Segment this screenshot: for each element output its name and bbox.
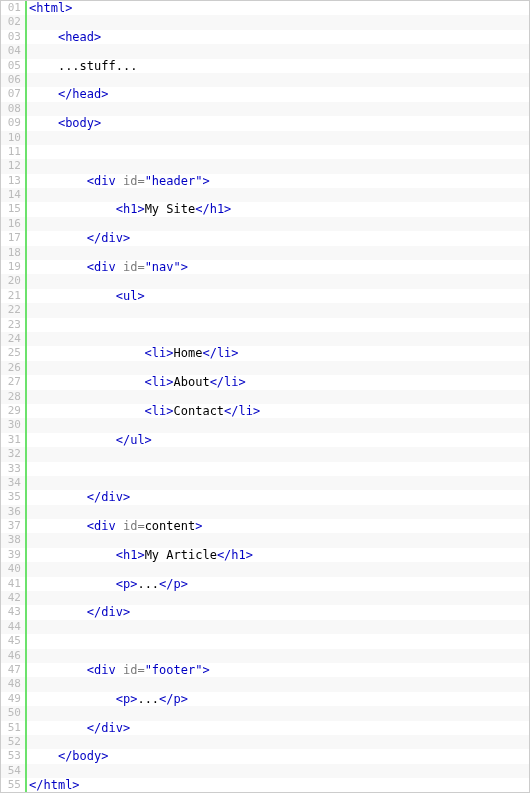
- code-row: 47 <div id="footer">: [1, 663, 529, 677]
- code-row: 31 </ul>: [1, 433, 529, 447]
- code-row: 50: [1, 706, 529, 720]
- line-number: 52: [1, 735, 25, 749]
- code-line: </html>: [27, 778, 529, 792]
- code-line: </ul>: [27, 433, 529, 447]
- code-line: </div>: [27, 231, 529, 245]
- code-row: 26: [1, 361, 529, 375]
- line-number: 49: [1, 692, 25, 706]
- line-number: 48: [1, 677, 25, 691]
- code-row: 20: [1, 274, 529, 288]
- line-number: 28: [1, 390, 25, 404]
- code-row: 51 </div>: [1, 721, 529, 735]
- line-number: 16: [1, 217, 25, 231]
- line-number: 07: [1, 87, 25, 101]
- code-line: [27, 533, 529, 547]
- code-line: [27, 418, 529, 432]
- code-line: <p>...</p>: [27, 577, 529, 591]
- code-row: 54: [1, 764, 529, 778]
- code-line: [27, 505, 529, 519]
- line-number: 40: [1, 562, 25, 576]
- code-line: [27, 447, 529, 461]
- code-row: 40: [1, 562, 529, 576]
- code-line: [27, 735, 529, 749]
- code-line: </body>: [27, 749, 529, 763]
- line-number: 11: [1, 145, 25, 159]
- code-line: [27, 462, 529, 476]
- line-number: 26: [1, 361, 25, 375]
- code-row: 33: [1, 462, 529, 476]
- code-row: 53 </body>: [1, 749, 529, 763]
- code-row: 15 <h1>My Site</h1>: [1, 202, 529, 216]
- line-number: 30: [1, 418, 25, 432]
- line-number: 47: [1, 663, 25, 677]
- line-number: 35: [1, 490, 25, 504]
- code-row: 23: [1, 318, 529, 332]
- code-line: [27, 44, 529, 58]
- code-row: 29 <li>Contact</li>: [1, 404, 529, 418]
- code-row: 03 <head>: [1, 30, 529, 44]
- code-line: [27, 145, 529, 159]
- code-row: 02: [1, 15, 529, 29]
- code-row: 46: [1, 649, 529, 663]
- code-row: 14: [1, 188, 529, 202]
- code-line: </div>: [27, 721, 529, 735]
- code-line: [27, 159, 529, 173]
- line-number: 15: [1, 202, 25, 216]
- code-row: 34: [1, 476, 529, 490]
- line-number: 02: [1, 15, 25, 29]
- code-row: 17 </div>: [1, 231, 529, 245]
- line-number: 32: [1, 447, 25, 461]
- line-number: 09: [1, 116, 25, 130]
- code-line: [27, 476, 529, 490]
- code-line: [27, 274, 529, 288]
- line-number: 38: [1, 533, 25, 547]
- code-row: 43 </div>: [1, 605, 529, 619]
- code-row: 07 </head>: [1, 87, 529, 101]
- code-line: [27, 634, 529, 648]
- line-number: 46: [1, 649, 25, 663]
- code-row: 37 <div id=content>: [1, 519, 529, 533]
- code-row: 32: [1, 447, 529, 461]
- line-number: 43: [1, 605, 25, 619]
- line-number: 05: [1, 59, 25, 73]
- code-row: 08: [1, 102, 529, 116]
- code-row: 19 <div id="nav">: [1, 260, 529, 274]
- line-number: 22: [1, 303, 25, 317]
- line-number: 25: [1, 346, 25, 360]
- line-number: 54: [1, 764, 25, 778]
- code-line: <p>...</p>: [27, 692, 529, 706]
- code-row: 30: [1, 418, 529, 432]
- line-number: 14: [1, 188, 25, 202]
- code-row: 21 <ul>: [1, 289, 529, 303]
- code-row: 10: [1, 131, 529, 145]
- line-number: 17: [1, 231, 25, 245]
- code-line: <li>Home</li>: [27, 346, 529, 360]
- line-number: 44: [1, 620, 25, 634]
- code-row: 11: [1, 145, 529, 159]
- line-number: 08: [1, 102, 25, 116]
- code-line: <head>: [27, 30, 529, 44]
- code-line: </div>: [27, 490, 529, 504]
- code-row: 52: [1, 735, 529, 749]
- line-number: 23: [1, 318, 25, 332]
- code-row: 04: [1, 44, 529, 58]
- code-line: <li>About</li>: [27, 375, 529, 389]
- code-row: 18: [1, 246, 529, 260]
- line-number: 24: [1, 332, 25, 346]
- code-line: <h1>My Article</h1>: [27, 548, 529, 562]
- code-row: 16: [1, 217, 529, 231]
- code-line: <li>Contact</li>: [27, 404, 529, 418]
- code-line: [27, 764, 529, 778]
- code-line: [27, 361, 529, 375]
- code-row: 25 <li>Home</li>: [1, 346, 529, 360]
- code-row: 28: [1, 390, 529, 404]
- code-line: [27, 562, 529, 576]
- line-number: 33: [1, 462, 25, 476]
- code-line: <html>: [27, 1, 529, 15]
- code-line: [27, 246, 529, 260]
- code-row: 05 ...stuff...: [1, 59, 529, 73]
- code-row: 42: [1, 591, 529, 605]
- code-line: <div id="nav">: [27, 260, 529, 274]
- line-number: 21: [1, 289, 25, 303]
- code-line: [27, 73, 529, 87]
